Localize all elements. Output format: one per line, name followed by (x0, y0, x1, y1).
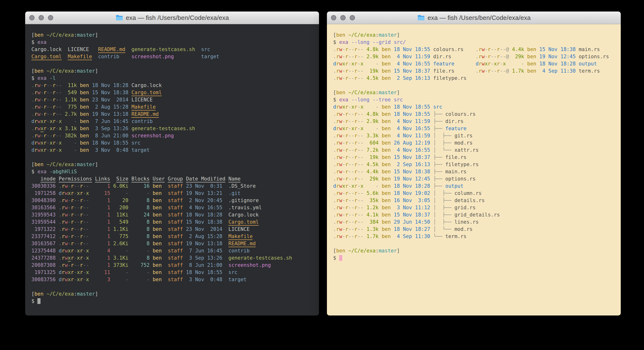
text-span: w (339, 212, 342, 218)
text-span: - (342, 234, 345, 239)
text-span: - (40, 90, 44, 96)
text-span: ├── (433, 183, 445, 189)
text-span: - (68, 226, 71, 232)
terminal-line: $ exa (32, 38, 319, 46)
text-span (430, 226, 433, 232)
terminal-line: .rw-r--r-- 4.8k ben 18 Nov 18:55 colours… (333, 46, 621, 53)
text-span: x (342, 183, 345, 189)
text-span: - (40, 111, 44, 117)
text-span: 18 Nov 18:55 (186, 270, 222, 275)
text-span: 35k (366, 198, 379, 203)
text-span: master (77, 32, 95, 38)
minimize-button[interactable] (340, 15, 346, 20)
text-span: -- (348, 111, 354, 117)
text-span: - (342, 140, 345, 146)
text-span (430, 190, 433, 196)
text-span (56, 212, 59, 218)
text-span (524, 68, 527, 74)
text-span: - (46, 147, 50, 153)
text-span: 23 Nov 0:31 (186, 183, 222, 189)
text-span (89, 90, 92, 96)
text-span: term.rs (445, 234, 467, 239)
text-span: r (354, 68, 358, 74)
text-span: 4 Nov 16:55 (394, 126, 430, 131)
text-span (345, 248, 348, 254)
text-span: [ (333, 248, 336, 254)
text-span: - (357, 61, 360, 67)
text-span: 19 Nov 12:45 (394, 176, 430, 182)
text-span: . (59, 183, 62, 189)
text-span: . (333, 46, 336, 52)
text-span (364, 54, 367, 60)
text-span: staff (168, 234, 183, 239)
text-span (222, 234, 228, 239)
text-span (391, 198, 394, 203)
text-span (464, 46, 476, 52)
text-span: 31959544 (32, 219, 56, 225)
text-span: r (80, 183, 83, 189)
text-span: --long (351, 39, 370, 45)
text-span (391, 104, 394, 110)
text-span: [ (32, 291, 34, 297)
text-span: x (503, 61, 506, 67)
text-span: 3.1k (65, 126, 77, 131)
text-span: r (71, 241, 74, 246)
text-span (128, 190, 132, 196)
left-terminal-window: exa — fish /Users/ben/Code/exa/exa [ben … (25, 12, 319, 316)
text-span (119, 54, 132, 60)
text-span: r (336, 183, 340, 189)
traffic-lights (331, 12, 355, 24)
text-span: ben (336, 32, 345, 38)
text-span: r (62, 219, 65, 225)
text-span: 384 (366, 219, 379, 225)
text-span (89, 147, 92, 153)
text-span: 18 Nov 18:55 (394, 104, 430, 110)
terminal-content[interactable]: [ben ~/C/e/exa:master]$ exaCargo.lock LI… (25, 24, 319, 316)
text-span: w (65, 183, 68, 189)
text-span (391, 234, 394, 239)
text-span: x (59, 147, 62, 153)
text-span: -- (357, 176, 363, 182)
terminal-line: $ (32, 298, 319, 305)
terminal-line: 1971325 drwxr-xr-x 11 - - ben staff 18 N… (32, 269, 319, 276)
text-span: r (345, 140, 348, 146)
text-span: Blocks (131, 176, 150, 182)
text-span (89, 133, 92, 138)
text-span: r (336, 46, 340, 52)
text-span: ben (382, 234, 391, 239)
text-span: 3.1Ki (113, 255, 128, 261)
text-span (364, 46, 367, 52)
terminal-line: $ exa --long --grid src/ (333, 38, 621, 46)
text-span (222, 226, 228, 232)
text-span (576, 54, 579, 60)
text-span: -- (348, 46, 354, 52)
text-span (162, 183, 168, 189)
text-span: -- (56, 90, 62, 96)
zoom-button[interactable] (350, 15, 355, 20)
text-span (391, 226, 394, 232)
zoom-button[interactable] (48, 15, 53, 20)
text-span (345, 32, 348, 38)
text-span (44, 162, 47, 167)
text-span: r (336, 154, 340, 160)
text-span: ] (397, 248, 400, 254)
terminal-content[interactable]: [ben ~/C/e/exa:master]$ exa --long --gri… (327, 24, 621, 316)
close-button[interactable] (331, 15, 336, 20)
text-span: - (342, 54, 345, 60)
text-span: │ ├── (433, 205, 454, 210)
text-span: master (379, 32, 397, 38)
text-span (364, 118, 367, 124)
titlebar[interactable]: exa — fish /Users/ben/Code/exa/exa (25, 12, 319, 24)
text-span: 2.6Ki (113, 241, 128, 246)
titlebar[interactable]: exa — fish /Users/ben/Code/exa/exa (327, 12, 621, 24)
text-span: - (342, 169, 345, 174)
close-button[interactable] (29, 15, 34, 20)
text-span (128, 82, 132, 88)
text-span: ben (80, 126, 89, 131)
text-span: x (68, 270, 71, 275)
text-span (222, 183, 228, 189)
text-span: r (354, 133, 358, 138)
text-span: - (68, 234, 71, 239)
minimize-button[interactable] (38, 15, 44, 20)
text-span (56, 219, 59, 225)
